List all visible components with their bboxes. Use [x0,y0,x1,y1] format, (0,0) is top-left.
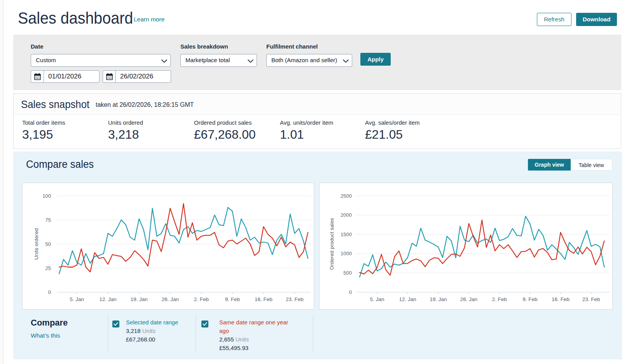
svg-text:23. Feb: 23. Feb [582,296,600,302]
svg-text:2. Feb: 2. Feb [492,296,507,302]
svg-text:0: 0 [48,289,51,295]
svg-text:19. Jan: 19. Jan [131,296,148,302]
svg-text:5. Jan: 5. Jan [70,296,84,302]
svg-text:1500: 1500 [341,232,352,237]
svg-text:2500: 2500 [341,193,352,199]
svg-text:Ordered product sales: Ordered product sales [329,218,335,270]
svg-text:0: 0 [349,289,352,295]
svg-text:19. Jan: 19. Jan [430,296,447,302]
svg-text:26. Jan: 26. Jan [162,296,179,302]
svg-text:Units ordered: Units ordered [33,228,39,260]
svg-text:50: 50 [45,241,51,247]
svg-text:25: 25 [45,265,51,271]
svg-text:75: 75 [45,217,51,223]
svg-text:12. Jan: 12. Jan [399,296,416,302]
svg-text:9. Feb: 9. Feb [522,296,537,302]
svg-text:5. Jan: 5. Jan [370,296,384,302]
svg-text:26. Jan: 26. Jan [460,296,477,302]
svg-text:1000: 1000 [341,251,352,256]
svg-text:2. Feb: 2. Feb [194,296,209,302]
svg-text:23. Feb: 23. Feb [286,296,304,302]
svg-text:16. Feb: 16. Feb [255,296,273,302]
svg-text:2000: 2000 [341,212,352,218]
svg-text:100: 100 [42,193,51,199]
svg-text:500: 500 [343,270,352,276]
svg-text:9. Feb: 9. Feb [225,296,240,302]
svg-text:12. Jan: 12. Jan [100,296,117,302]
svg-text:16. Feb: 16. Feb [552,296,570,302]
